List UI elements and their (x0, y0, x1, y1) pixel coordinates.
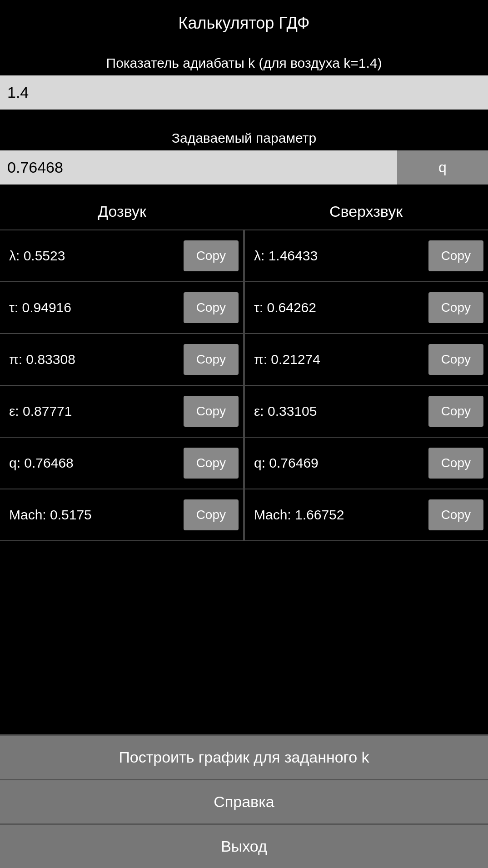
subsonic-cell: q: 0.76468Copy (0, 438, 243, 489)
table-row: λ: 0.5523Copyλ: 1.46433Copy (0, 229, 488, 281)
k-input-container (0, 75, 488, 110)
subsonic-cell: Mach: 0.5175Copy (0, 489, 243, 540)
table-row: π: 0.83308Copyπ: 0.21274Copy (0, 333, 488, 385)
supersonic-cell: Mach: 1.66752Copy (245, 489, 488, 540)
copy-subsonic-button[interactable]: Copy (184, 344, 239, 375)
supersonic-value: λ: 1.46433 (254, 248, 425, 264)
app-title: Калькулятор ГДФ (0, 0, 488, 46)
copy-subsonic-button[interactable]: Copy (184, 240, 239, 271)
table-row: ε: 0.87771Copyε: 0.33105Copy (0, 385, 488, 437)
subsonic-cell: λ: 0.5523Copy (0, 230, 243, 281)
supersonic-value: τ: 0.64262 (254, 300, 425, 315)
results-table: λ: 0.5523Copyλ: 1.46433Copyτ: 0.94916Cop… (0, 229, 488, 734)
copy-supersonic-button[interactable]: Copy (428, 292, 483, 323)
exit-button[interactable]: Выход (0, 823, 488, 868)
copy-subsonic-button[interactable]: Copy (184, 396, 239, 427)
supersonic-cell: q: 0.76469Copy (245, 438, 488, 489)
param-type-button[interactable]: q (397, 150, 488, 185)
supersonic-cell: λ: 1.46433Copy (245, 230, 488, 281)
subsonic-column-header: Дозвук (0, 203, 244, 220)
subsonic-value: π: 0.83308 (9, 352, 180, 367)
param-input-container (0, 150, 397, 185)
subsonic-cell: π: 0.83308Copy (0, 334, 243, 385)
k-section-label: Показатель адиабаты k (для воздуха k=1.4… (0, 46, 488, 75)
subsonic-value: λ: 0.5523 (9, 248, 180, 264)
bottom-buttons: Построить график для заданного k Справка… (0, 734, 488, 868)
subsonic-value: τ: 0.94916 (9, 300, 180, 315)
copy-subsonic-button[interactable]: Copy (184, 292, 239, 323)
supersonic-cell: ε: 0.33105Copy (245, 386, 488, 437)
table-row: Mach: 0.5175CopyMach: 1.66752Copy (0, 489, 488, 541)
plot-button[interactable]: Построить график для заданного k (0, 734, 488, 779)
subsonic-cell: τ: 0.94916Copy (0, 282, 243, 333)
subsonic-value: Mach: 0.5175 (9, 507, 180, 523)
copy-supersonic-button[interactable]: Copy (428, 499, 483, 530)
table-row: q: 0.76468Copyq: 0.76469Copy (0, 437, 488, 489)
param-input-row: q (0, 150, 488, 185)
param-section-label: Задаваемый параметр (0, 123, 488, 150)
param-input[interactable] (7, 159, 390, 176)
subsonic-cell: ε: 0.87771Copy (0, 386, 243, 437)
copy-supersonic-button[interactable]: Copy (428, 448, 483, 479)
subsonic-value: q: 0.76468 (9, 455, 180, 471)
copy-supersonic-button[interactable]: Copy (428, 344, 483, 375)
columns-header: Дозвук Сверхзвук (0, 198, 488, 229)
supersonic-cell: π: 0.21274Copy (245, 334, 488, 385)
copy-supersonic-button[interactable]: Copy (428, 396, 483, 427)
table-row: τ: 0.94916Copyτ: 0.64262Copy (0, 281, 488, 333)
supersonic-column-header: Сверхзвук (244, 203, 488, 220)
supersonic-cell: τ: 0.64262Copy (245, 282, 488, 333)
copy-subsonic-button[interactable]: Copy (184, 448, 239, 479)
k-input[interactable] (7, 84, 481, 101)
supersonic-value: π: 0.21274 (254, 352, 425, 367)
copy-subsonic-button[interactable]: Copy (184, 499, 239, 530)
copy-supersonic-button[interactable]: Copy (428, 240, 483, 271)
help-button[interactable]: Справка (0, 779, 488, 823)
supersonic-value: Mach: 1.66752 (254, 507, 425, 523)
supersonic-value: q: 0.76469 (254, 455, 425, 471)
subsonic-value: ε: 0.87771 (9, 404, 180, 419)
supersonic-value: ε: 0.33105 (254, 404, 425, 419)
